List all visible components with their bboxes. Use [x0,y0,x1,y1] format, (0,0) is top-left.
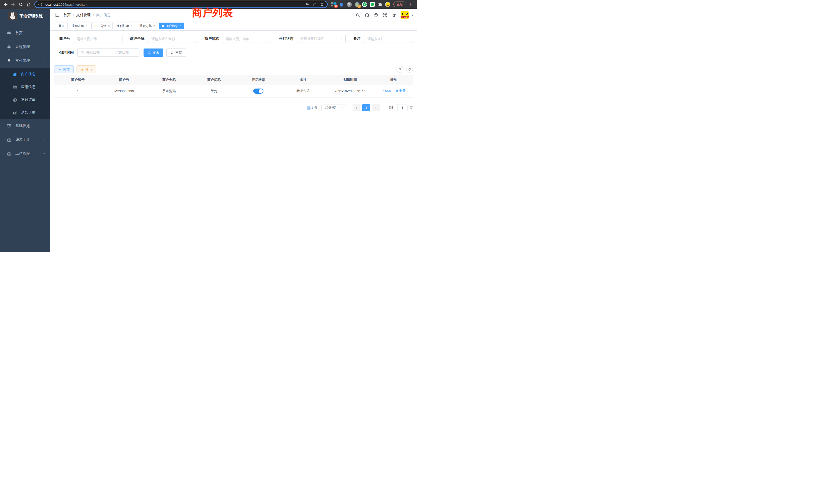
tab-process-form[interactable]: 流程表单× [69,23,90,29]
page-size-select[interactable]: 10条/页 [322,104,346,111]
tab-close-icon[interactable]: × [153,24,155,28]
extension-avatar-icon[interactable]: 1 [354,2,359,7]
date-range-picker[interactable]: 开始日期 - 结束日期 [77,48,139,57]
tab-close-icon[interactable]: × [131,24,132,28]
next-page-button[interactable]: › [372,104,380,111]
password-key-icon[interactable] [305,2,310,7]
github-icon[interactable] [365,13,369,18]
refresh-table-button[interactable] [406,66,413,73]
extension-tabs-icon[interactable]: 10 [331,2,336,7]
edit-link[interactable]: 修改 [381,89,391,93]
short-name-label: 商户简称 [205,37,219,41]
profile-avatar-icon[interactable] [385,2,390,7]
address-bar[interactable]: localhost:1024/pay/merchant [35,1,328,8]
reset-button[interactable]: 重置 [167,48,186,57]
sidebar-item-app-info[interactable]: 应用信息 [0,81,50,93]
full-name-field[interactable] [148,35,197,43]
page-1-button[interactable]: 1 [362,104,370,111]
site-info-icon[interactable] [38,2,43,7]
calendar-icon [81,51,84,54]
search-icon[interactable] [356,13,360,18]
tab-merchant-info[interactable]: 商户信息× [159,23,184,29]
remark-input[interactable] [368,37,410,41]
sidebar-item-infra[interactable]: 基础设施 [0,119,50,133]
breadcrumb-home[interactable]: 首页 [63,13,71,18]
chevron-down-icon [42,45,45,48]
extensions-puzzle-icon[interactable] [377,2,382,7]
reset-button-label: 重置 [175,50,182,55]
status-select-placeholder: 请选择开启状态 [300,37,324,41]
delete-link[interactable]: 删除 [395,89,406,93]
sidebar-item-pay-order[interactable]: 支付订单 [0,93,50,106]
share-icon[interactable] [312,2,317,7]
search-button[interactable]: 搜索 [144,48,163,57]
remark-field[interactable] [364,35,413,43]
url-text[interactable]: localhost:1024/pay/merchant [45,3,303,6]
browser-toolbar: localhost:1024/pay/merchant 10 ⌘ [0,0,417,9]
avatar-caret-icon[interactable]: ▾ [412,14,413,17]
extension-chat-icon[interactable] [370,2,375,7]
sidebar-item-label: 基础设施 [16,124,30,128]
select-arrow-icon [339,38,342,40]
extension-yudao-icon[interactable]: Y [362,2,367,7]
user-avatar[interactable] [400,11,409,19]
trash-icon [395,90,398,93]
short-name-input[interactable] [226,37,268,41]
url-path: :1024/pay/merchant [58,3,87,6]
tab-close-icon[interactable]: × [179,24,181,28]
tab-pay-order[interactable]: 支付订单× [114,23,135,29]
extension-command-icon[interactable]: ⌘ [347,2,352,7]
fullscreen-icon[interactable] [382,13,387,18]
tab-home[interactable]: 首页 [56,23,68,29]
tab-user-group[interactable]: 用户分组× [91,23,113,29]
select-arrow-icon [340,106,343,109]
goto-page-input[interactable] [397,106,407,110]
sidebar-item-devtools[interactable]: 研发工具 [0,133,50,147]
cell-remark: 我是备注 [280,85,326,97]
sidebar-item-label: 系统管理 [16,45,30,49]
chevron-down-icon [42,138,45,141]
merchant-no-field[interactable] [74,35,123,43]
short-name-field[interactable] [223,35,271,43]
tab-label: 退款订单 [139,24,152,28]
status-toggle[interactable] [253,89,263,94]
add-button[interactable]: 新增 [54,65,74,73]
forward-icon[interactable] [10,1,17,8]
sidebar-item-system[interactable]: 系统管理 [0,40,50,54]
sidebar-item-merchant-info[interactable]: 商户信息 [0,68,50,81]
tab-label: 用户分组 [94,24,107,28]
refresh-icon [408,68,411,71]
merchant-no-input[interactable] [77,37,119,41]
tab-close-icon[interactable]: × [108,24,110,28]
full-name-input[interactable] [152,37,194,41]
app-logo[interactable]: 芋道管理系统 [0,9,50,23]
goto-page-field[interactable] [397,104,408,111]
home-icon[interactable] [25,1,32,8]
back-icon[interactable] [2,1,9,8]
col-remark: 备注 [280,75,326,85]
sidebar-item-refund-order[interactable]: 退款订单 [0,106,50,119]
table-header-row: 商户编号 商户号 商户全称 商户简称 开启状态 备注 创建时间 操作 [54,75,413,85]
breadcrumb-pay[interactable]: 支付管理 [76,13,91,18]
sidebar-item-home[interactable]: 首页 [0,26,50,40]
extension-badge-1: 1 [357,5,361,8]
font-size-icon[interactable]: tT [392,13,396,18]
reload-icon[interactable] [18,1,24,8]
status-label: 开启状态 [279,37,293,41]
tab-close-icon[interactable]: × [86,24,87,28]
show-search-toggle-button[interactable] [396,66,403,73]
sidebar-item-pay[interactable]: ¥ 支付管理 [0,54,50,68]
browser-menu-icon[interactable] [408,3,412,6]
coin-yen-icon [12,97,18,102]
help-icon[interactable] [374,13,378,18]
extension-balloon-icon[interactable] [339,2,344,7]
plus-icon [58,68,61,71]
export-button[interactable]: 导出 [76,65,96,73]
status-select[interactable]: 请选择开启状态 [297,35,346,43]
prev-page-button[interactable]: ‹ [353,104,360,111]
sidebar-item-workflow[interactable]: 工作流程 [0,147,50,161]
bookmark-star-icon[interactable] [320,2,325,7]
sidebar-fold-icon[interactable] [54,13,59,18]
tab-refund-order[interactable]: 退款订单× [137,23,158,29]
chrome-update-button[interactable]: 更新 [393,2,406,7]
